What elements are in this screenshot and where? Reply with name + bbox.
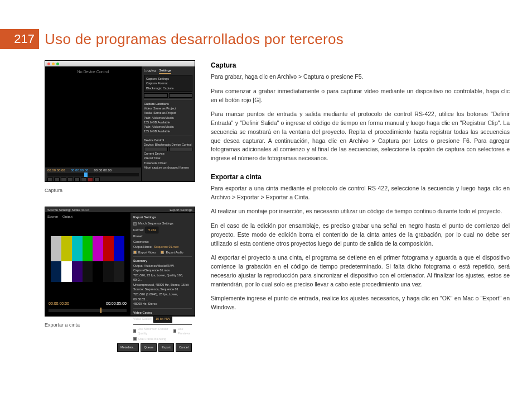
paragraph: En el caso de la edición por ensamblaje,… <box>211 222 510 248</box>
capture-settings-panel: Logging Settings Capture Settings Captur… <box>141 66 195 181</box>
transport-controls <box>47 178 139 182</box>
export-button: Export <box>158 343 174 352</box>
checkbox-icon <box>133 329 136 333</box>
btn <box>169 93 193 98</box>
tc-start: 00:00:00:00 <box>49 301 69 305</box>
label: Export Audio <box>166 250 183 255</box>
label: Match Sequence Settings <box>138 221 173 226</box>
paragraph: Al exportar el proyecto a una cinta, el … <box>211 253 510 289</box>
page-number-badge: 217 <box>0 29 39 49</box>
q-icon <box>94 178 100 182</box>
paragraph: Para exportar a una cinta mediante el pr… <box>211 184 510 202</box>
summary-line: Uncompressed, 48000 Hz, Stereo, 16 bit <box>133 282 192 288</box>
tab-source: Source <box>47 215 58 218</box>
checkbox-icon <box>133 222 137 226</box>
scrub-bar <box>47 173 139 176</box>
capture-timeline: 00:00:00:00 00:00:00:00 00:00:00:00 <box>45 167 141 181</box>
device-line: Device: Blackmagic Device Control <box>144 142 192 147</box>
figure-caption: Captura <box>45 188 195 193</box>
paragraph: Para grabar, haga clic en Archivo > Capt… <box>211 73 510 82</box>
step-fwd-icon <box>67 178 73 182</box>
section-heading-exportar: Exportar a cinta <box>211 172 510 182</box>
range-slider <box>49 309 127 312</box>
value: H.264 <box>146 227 158 234</box>
section-label: Device Control <box>144 138 164 142</box>
path: Path: /Volumes/Media <box>144 116 192 120</box>
screenshot-capture: No Device Control 00:00:00:00 00:00:00:0… <box>45 60 195 182</box>
checkbox-icon <box>161 251 164 254</box>
window-titlebar <box>45 61 195 66</box>
label: Audio: <box>144 111 153 114</box>
paragraph: Simplemente ingrese el punto de entrada,… <box>211 294 510 312</box>
paragraph: Para marcar puntos de entrada y salida m… <box>211 110 510 163</box>
settings-line: Capture Settings <box>146 76 190 81</box>
tc-end: 00:00:05:00 <box>106 301 127 305</box>
timecode-in: 00:00:00:00 <box>47 169 65 172</box>
summary-heading: Summary <box>133 259 147 262</box>
value: Same as Project <box>153 107 176 110</box>
checkbox-icon <box>173 329 176 333</box>
label: Use Frame Blending <box>138 337 166 342</box>
vc-heading: Video Codec <box>133 311 152 314</box>
panel-heading: Export Settings <box>133 215 192 220</box>
body-text: Captura Para grabar, haga clic en Archiv… <box>211 60 510 341</box>
metadata-button: Metadata... <box>117 343 139 352</box>
stop-icon <box>81 178 86 182</box>
settings-line: Capture Format <box>146 81 190 85</box>
btn <box>144 93 168 98</box>
figure-export: Source Scaling: Scale To Fit Export Sett… <box>45 207 195 328</box>
play-back-icon <box>54 178 60 182</box>
section-heading-captura: Captura <box>211 60 510 70</box>
checkbox-label: Abort capture on dropped frames <box>144 165 192 170</box>
btn <box>144 147 168 151</box>
value: Sequence 01.mov <box>154 245 178 250</box>
paragraph: Para comenzar a grabar inmediatamente o … <box>211 87 510 105</box>
value: 10-bit YUV <box>153 315 173 323</box>
source-scaling-label: Source Scaling: Scale To Fit <box>47 208 89 212</box>
queue-button: Queue <box>141 343 157 352</box>
step-back-icon <box>47 178 53 182</box>
value: Same as Project <box>153 111 176 114</box>
label: Output Name: <box>133 245 152 250</box>
path: Path: /Volumes/Media <box>144 124 192 129</box>
capture-preview: No Device Control 00:00:00:00 00:00:00:0… <box>45 66 141 181</box>
label: Comments: <box>133 239 149 245</box>
label: Format: <box>133 228 144 233</box>
figure-capture: No Device Control 00:00:00:00 00:00:00:0… <box>45 60 195 193</box>
summary-line: 48000 Hz, Stereo <box>133 301 192 306</box>
cancel-button: Cancel <box>176 343 192 352</box>
no-device-label: No Device Control <box>45 66 141 74</box>
label: Use Maximum Render Quality <box>138 327 168 336</box>
tab-settings: Settings <box>159 68 171 74</box>
summary-line: Source: Sequence, Sequence 01 <box>133 287 192 292</box>
close-icon <box>47 63 50 65</box>
label: Current Device: <box>144 151 192 156</box>
section-label: Capture Locations <box>144 102 169 106</box>
loop-icon <box>74 178 80 182</box>
zoom-icon <box>56 63 59 65</box>
tab-output: Output <box>62 215 72 218</box>
label: Video Codec: <box>133 317 152 322</box>
record-icon <box>88 178 93 182</box>
export-preview: Source Output <box>45 213 130 315</box>
summary-line: 720x576, 25 fps, Lower, Quality 100, 00:… <box>133 273 192 282</box>
screenshot-export: Source Scaling: Scale To Fit Export Sett… <box>45 207 195 316</box>
export-settings-panel: Export Settings Match Sequence Settings … <box>130 213 195 315</box>
play-icon <box>61 178 66 182</box>
color-bars-icon <box>51 236 124 282</box>
label: Timecode Offset: <box>144 161 192 165</box>
page-header: 217 Uso de programas desarrollados por t… <box>0 0 532 49</box>
free-space: 155.6 GB Available <box>144 129 192 133</box>
paragraph: Al realizar un montaje por inserción, es… <box>211 207 510 216</box>
label: Preset: <box>133 234 143 239</box>
btn <box>169 147 193 151</box>
timecode-cur: 00:00:00:00 <box>71 169 89 172</box>
label: Preroll Time: <box>144 156 192 160</box>
label: Export Video <box>138 250 156 255</box>
summary-line: Output: /Volumes/Media/RAW-Capture/Seque… <box>133 264 192 273</box>
tab-logging: Logging <box>144 68 156 74</box>
checkbox-icon <box>133 337 137 341</box>
timecode-out: 00:00:00:00 <box>94 169 112 172</box>
export-settings-label: Export Settings <box>170 208 192 212</box>
label: Video: <box>144 107 153 110</box>
